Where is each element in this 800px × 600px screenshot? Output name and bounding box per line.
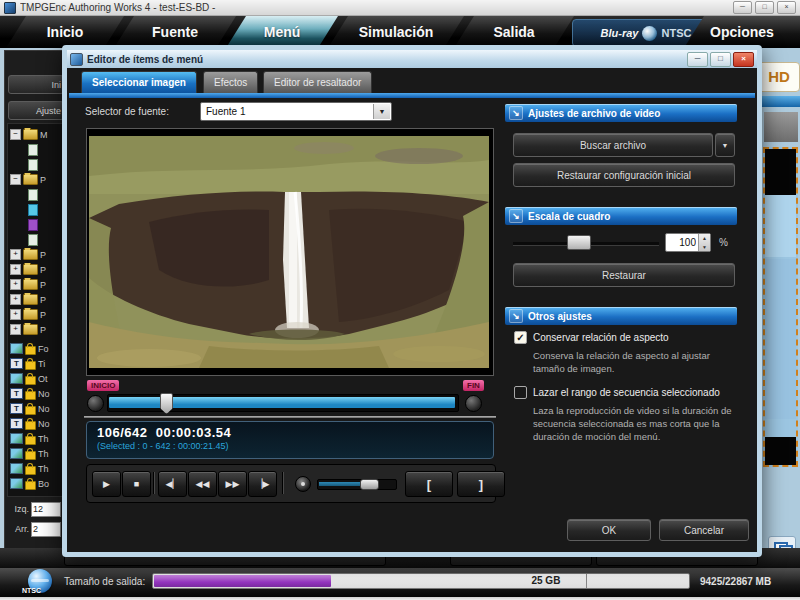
tab-inicio[interactable]: Inicio xyxy=(6,16,124,48)
tree-item-row[interactable] xyxy=(10,218,64,231)
maximize-button[interactable]: □ xyxy=(755,1,774,14)
tree-folder-row[interactable]: +P xyxy=(10,248,64,261)
project-tree: −M −P +P +P +P +P +P +P Fo TTi Ot TNo TN… xyxy=(7,123,65,497)
minimize-button[interactable]: ─ xyxy=(733,1,752,14)
layer-row[interactable]: TNo xyxy=(10,387,64,400)
tree-item-row[interactable] xyxy=(10,233,64,246)
tab-seleccionar-imagen[interactable]: Seleccionar imagen xyxy=(81,71,197,93)
close-button[interactable]: × xyxy=(777,1,796,14)
expand-icon[interactable]: + xyxy=(10,324,21,335)
tab-menu[interactable]: Menú xyxy=(226,16,338,48)
tree-folder-row[interactable]: +P xyxy=(10,323,64,336)
sidebar-button-inicio[interactable]: Ini xyxy=(8,75,64,94)
restore-scale-button[interactable]: Restaurar xyxy=(513,263,735,287)
timeline-right-knob[interactable] xyxy=(465,395,482,412)
fast-forward-button[interactable]: ▶▶ xyxy=(218,471,247,497)
tree-item-row[interactable] xyxy=(10,188,64,201)
size-readout: 9425/22867 MB xyxy=(700,576,771,587)
tab-opciones[interactable]: Opciones xyxy=(684,16,800,48)
tree-folder-row[interactable]: +P xyxy=(10,278,64,291)
restore-initial-config-button[interactable]: Restaurar configuración inicial xyxy=(513,163,735,187)
tree-folder-row[interactable]: +P xyxy=(10,263,64,276)
tree-item-label: P xyxy=(40,265,46,275)
timeline-end-tag: FIN xyxy=(463,380,484,391)
volume-handle[interactable] xyxy=(360,479,379,490)
sidebar-button-ajustes[interactable]: Ajuste xyxy=(8,101,64,120)
collapse-icon[interactable]: − xyxy=(10,174,21,185)
keep-aspect-label[interactable]: Conservar relación de aspecto xyxy=(533,332,669,343)
tree-folder-row[interactable]: −M xyxy=(10,128,64,141)
arr-label: Arr. xyxy=(9,524,29,534)
spin-up-icon[interactable]: ▲ xyxy=(699,234,710,243)
play-button[interactable]: ▶ xyxy=(92,471,121,497)
tab-accent-bar xyxy=(69,93,755,98)
loop-range-label[interactable]: Lazar el rango de secuencia seleccionado xyxy=(533,387,720,398)
layer-row[interactable]: Th xyxy=(10,432,64,445)
browse-dropdown-button[interactable]: ▼ xyxy=(715,133,735,157)
section-header-frame-scale[interactable]: ↘ Escala de cuadro xyxy=(505,207,737,225)
tab-fuente[interactable]: Fuente xyxy=(114,16,236,48)
tree-item-label: P xyxy=(40,310,46,320)
collapse-icon[interactable]: − xyxy=(10,129,21,140)
spin-down-icon[interactable]: ▼ xyxy=(699,243,710,252)
tab-editor-de-resaltador[interactable]: Editor de resaltador xyxy=(263,71,372,93)
step-forward-button[interactable]: ▕▶ xyxy=(248,471,277,497)
source-selector-dropdown[interactable]: Fuente 1 ▼ xyxy=(200,102,392,121)
arr-input[interactable] xyxy=(31,522,61,537)
capacity-marker: 25 GB xyxy=(531,575,560,586)
timeline-position-handle[interactable] xyxy=(160,393,173,414)
ok-button[interactable]: OK xyxy=(567,519,651,541)
cancel-button[interactable]: Cancelar xyxy=(659,519,749,541)
scale-value-input[interactable] xyxy=(666,234,698,251)
timeline-left-knob[interactable] xyxy=(87,395,104,412)
tab-salida[interactable]: Salida xyxy=(454,16,574,48)
izq-input[interactable] xyxy=(31,502,61,517)
tree-folder-row[interactable]: −P xyxy=(10,173,64,186)
loop-range-checkbox[interactable] xyxy=(514,386,527,399)
layer-row[interactable]: Th xyxy=(10,462,64,475)
expand-icon[interactable]: + xyxy=(10,294,21,305)
tab-simulacion[interactable]: Simulación xyxy=(328,16,464,48)
menu-thumbnail[interactable] xyxy=(764,112,798,142)
menu-thumbnail-selected[interactable] xyxy=(763,147,798,467)
section-header-other[interactable]: ↘ Otros ajustes xyxy=(505,307,737,325)
keep-aspect-checkbox[interactable]: ✓ xyxy=(514,331,527,344)
expand-icon[interactable]: + xyxy=(10,264,21,275)
section-header-video-file[interactable]: ↘ Ajustes de archivo de video xyxy=(505,104,737,122)
left-sidebar-panel: Ini Ajuste −M −P +P +P +P +P +P +P Fo TT… xyxy=(4,50,66,566)
dialog-close-button[interactable]: × xyxy=(733,52,754,67)
layer-row[interactable]: Bo xyxy=(10,477,64,490)
timeline-track[interactable] xyxy=(107,394,459,412)
spinner-buttons[interactable]: ▲ ▼ xyxy=(698,234,710,251)
output-size-label: Tamaño de salida: xyxy=(64,576,145,587)
expand-icon[interactable]: + xyxy=(10,309,21,320)
tree-item-row[interactable] xyxy=(10,143,64,156)
dialog-icon xyxy=(70,53,83,66)
layer-row[interactable]: TNo xyxy=(10,417,64,430)
dialog-maximize-button[interactable]: □ xyxy=(710,52,731,67)
stop-button[interactable]: ■ xyxy=(122,471,151,497)
layer-row[interactable]: Fo xyxy=(10,342,64,355)
tab-efectos[interactable]: Efectos xyxy=(203,71,258,93)
volume-icon[interactable] xyxy=(295,476,311,492)
set-start-bracket-button[interactable]: [ xyxy=(405,471,453,497)
layer-row[interactable]: Ot xyxy=(10,372,64,385)
tree-folder-row[interactable]: +P xyxy=(10,308,64,321)
layer-row[interactable]: TTi xyxy=(10,357,64,370)
scale-slider-handle[interactable] xyxy=(567,235,591,250)
expand-icon[interactable]: + xyxy=(10,279,21,290)
step-back-button[interactable]: ◀▏ xyxy=(158,471,187,497)
layer-row[interactable]: TNo xyxy=(10,402,64,415)
browse-file-button[interactable]: Buscar archivo xyxy=(513,133,713,157)
tree-folder-row[interactable]: +P xyxy=(10,293,64,306)
tree-item-row[interactable] xyxy=(10,203,64,216)
thumbnail-letterbox xyxy=(765,149,796,195)
volume-slider[interactable] xyxy=(317,479,397,490)
tree-item-row[interactable] xyxy=(10,158,64,171)
dialog-minimize-button[interactable]: ─ xyxy=(687,52,708,67)
set-end-bracket-button[interactable]: ] xyxy=(457,471,505,497)
layer-row[interactable]: Th xyxy=(10,447,64,460)
dialog-titlebar[interactable]: Editor de ítems de menú ─ □ × xyxy=(67,50,757,68)
expand-icon[interactable]: + xyxy=(10,249,21,260)
rewind-button[interactable]: ◀◀ xyxy=(188,471,217,497)
